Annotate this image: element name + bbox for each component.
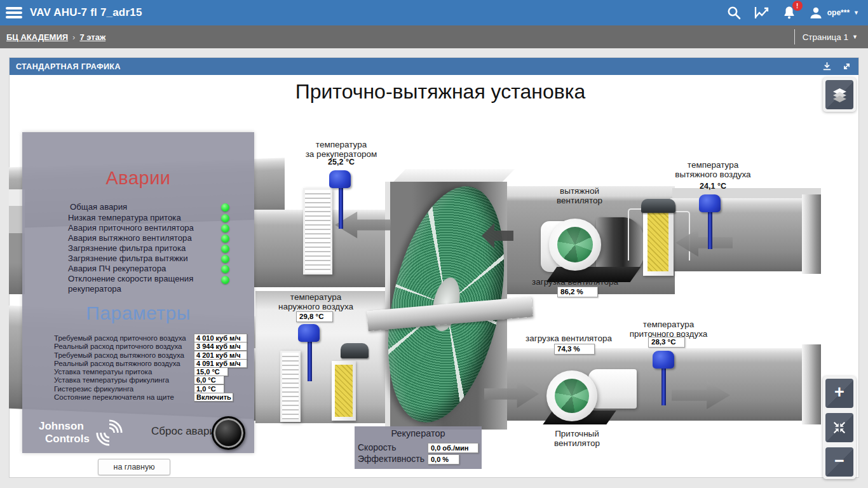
sensor-stem xyxy=(708,210,712,249)
exhaust-fan-load-value: 86,2 % xyxy=(557,287,598,297)
alarms-title: Аварии xyxy=(22,168,254,189)
param-label: Состояние переключателя на щите xyxy=(54,393,174,401)
recup-speed-label: Скорость xyxy=(358,442,396,452)
top-app-bar: VAV AHU-7 fl 7_adr15 ! ope*** ▼ xyxy=(0,0,868,25)
reset-alarms-label: Сброс аварий xyxy=(151,425,221,438)
param-value: 4 091 куб м/ч xyxy=(194,359,247,368)
outdoor-temp-sensor xyxy=(298,324,320,342)
param-setpoint[interactable]: 1,0 °C xyxy=(194,384,224,393)
home-button[interactable]: на главную xyxy=(98,459,170,475)
label-line: вентилятор xyxy=(557,196,602,205)
param-value: 3 944 куб м/ч xyxy=(194,342,247,351)
alarm-item: Авария вытяжного вентилятора xyxy=(68,233,224,243)
sensor-stem xyxy=(308,339,312,381)
chevron-down-icon: ▼ xyxy=(853,10,859,16)
graphics-panel-title: СТАНДАРТНАЯ ГРАФИКА xyxy=(16,62,121,71)
alarm-led xyxy=(221,234,229,243)
chevron-down-icon: ▼ xyxy=(852,34,858,40)
layers-icon xyxy=(832,88,847,102)
recuperator-panel: Рекуператор Скорость 0,0 об./мин Эффекти… xyxy=(355,426,482,469)
param-setpoint[interactable]: 15,0 °C xyxy=(194,367,228,376)
layers-button[interactable] xyxy=(825,80,853,109)
recup-speed-value: 0,0 об./мин xyxy=(428,443,478,453)
exhaust-fan-label: вытяжной вентилятор xyxy=(529,186,630,205)
breadcrumb-current-link[interactable]: 7 этаж xyxy=(79,32,105,42)
recup-eff-label: Эффективность xyxy=(358,454,424,464)
param-label: Требуемый расход вытяжного воздуха xyxy=(54,351,184,359)
alarm-item: Отклонение скорости вращения рекуператор… xyxy=(68,274,224,294)
user-menu[interactable]: ope*** ▼ xyxy=(808,5,859,20)
app-title: VAV AHU-7 fl 7_adr15 xyxy=(30,6,142,19)
exhaust-filter xyxy=(648,210,668,271)
minus-icon: − xyxy=(834,452,844,470)
alarm-led xyxy=(221,224,229,233)
alarm-led xyxy=(221,276,229,284)
alarm-item: Авария ПЧ рекуператора xyxy=(68,264,224,274)
param-value: 4 201 куб м/ч xyxy=(194,351,247,360)
recuperator-panel-title: Рекуператор xyxy=(355,428,482,438)
reset-alarms-knob[interactable] xyxy=(212,416,245,450)
supply-temp-label: температура приточного воздуха xyxy=(611,320,726,339)
supply-filter xyxy=(335,365,353,417)
supply-fan-load-value: 74,3 % xyxy=(554,344,595,355)
supply-temp-value: 28,3 °C xyxy=(648,337,685,348)
download-icon[interactable] xyxy=(822,61,832,72)
alarm-led xyxy=(221,245,229,253)
plus-icon: + xyxy=(834,384,844,401)
johnson-controls-logo: Johnson Controls xyxy=(39,418,124,447)
recup-temp-sensor xyxy=(329,170,351,188)
label-line: вытяжной xyxy=(560,186,599,196)
breadcrumb: БЦ АКАДЕМИЯ › 7 этаж xyxy=(0,32,105,42)
outdoor-temp-value: 29,8 °C xyxy=(296,311,333,322)
exhaust-temp-value: 24,1 °C xyxy=(656,182,770,191)
supply-fan-load-label: загрузка вентилятора xyxy=(512,334,626,343)
sensor-stem xyxy=(661,366,666,405)
scheme-title: Приточно-вытяжная установка xyxy=(262,80,618,104)
alarm-led xyxy=(221,203,229,212)
param-switch-state[interactable]: Включить xyxy=(194,393,233,402)
supply-temp-sensor xyxy=(653,351,674,369)
recup-eff-value: 0,0 % xyxy=(428,454,459,464)
breadcrumb-separator: › xyxy=(72,32,75,42)
logo-line1: Johnson xyxy=(39,420,90,433)
zoom-out-button[interactable]: − xyxy=(825,447,853,477)
zoom-in-button[interactable]: + xyxy=(825,379,853,408)
alarm-item: Загрязнение фильтра притока xyxy=(68,243,224,254)
alarm-item: Загрязнение фильтра вытяжки xyxy=(68,254,224,264)
hamburger-menu-icon[interactable] xyxy=(6,7,22,18)
duct-endcap xyxy=(802,194,821,274)
notification-bell-icon[interactable]: ! xyxy=(782,5,797,20)
alarm-item: Авария приточного вентилятора xyxy=(68,223,224,233)
label-line: вентилятор xyxy=(554,438,600,448)
label-line: температура xyxy=(688,160,738,170)
param-label: Реальный расход приточного воздуха xyxy=(54,342,182,350)
page-selector-label: Страница 1 xyxy=(803,32,848,42)
username: ope*** xyxy=(827,8,850,17)
fit-view-button[interactable] xyxy=(825,413,853,442)
param-label: Реальный расход вытяжного воздуха xyxy=(54,360,180,367)
fullscreen-expand-icon[interactable] xyxy=(841,61,852,72)
divider xyxy=(794,29,795,44)
supply-fan-impeller xyxy=(555,379,589,413)
exhaust-filter-sensor xyxy=(641,199,675,213)
exhaust-fan-impeller xyxy=(557,227,593,262)
exhaust-temp-sensor xyxy=(699,194,721,212)
param-label: Требуемый расход приточного воздуха xyxy=(54,334,186,342)
breadcrumb-root-link[interactable]: БЦ АКАДЕМИЯ xyxy=(6,32,68,42)
exhaust-fan-load-label: загрузка вентилятора xyxy=(518,277,632,287)
trend-chart-icon[interactable] xyxy=(753,5,770,20)
roof-grille xyxy=(303,188,332,274)
label-line: температура xyxy=(643,320,694,329)
exhaust-temp-label: температура вытяжного воздуха xyxy=(656,160,770,179)
alarm-led xyxy=(221,255,229,263)
sensor-stem xyxy=(339,186,343,229)
logo-swirl-icon xyxy=(95,418,124,447)
graphics-panel-header: СТАНДАРТНАЯ ГРАФИКА xyxy=(10,58,858,75)
param-setpoint[interactable]: 6,0 °C xyxy=(194,376,224,384)
layers-control xyxy=(823,78,856,112)
search-icon[interactable] xyxy=(726,5,742,20)
alarm-led xyxy=(221,214,229,222)
page-selector[interactable]: Страница 1 ▼ xyxy=(803,32,858,42)
notification-badge: ! xyxy=(792,1,803,11)
recup-temp-value: 25,2 °C xyxy=(290,158,392,166)
